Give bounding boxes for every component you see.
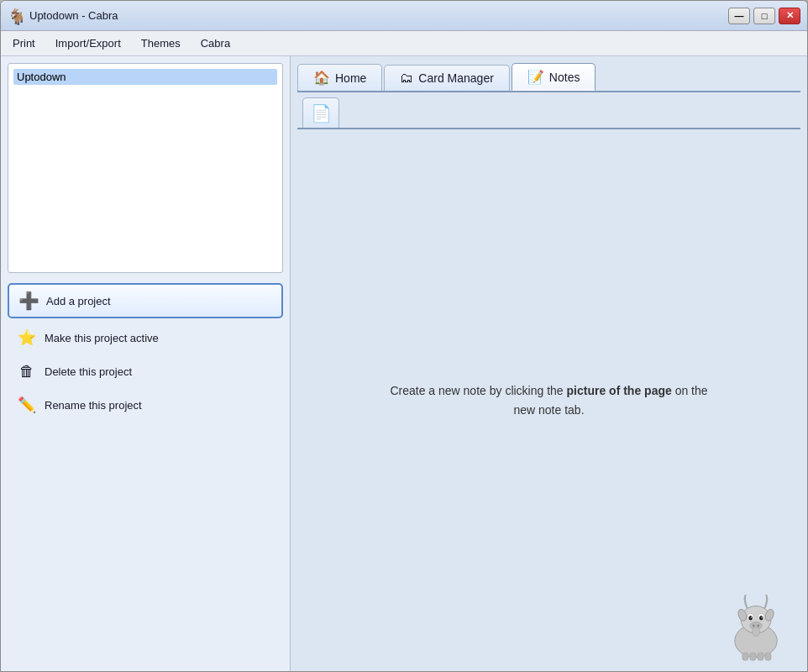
project-item-uptodown[interactable]: Uptodown (13, 69, 277, 85)
application-window: 🐐 Uptodown - Cabra — □ ✕ Print Import/Ex… (0, 0, 808, 672)
tab-notes[interactable]: 📝 Notes (512, 63, 596, 91)
make-active-button[interactable]: ⭐ Make this project active (8, 323, 283, 352)
sidebar-actions: ➕ Add a project ⭐ Make this project acti… (8, 280, 283, 423)
delete-project-button[interactable]: 🗑 Delete this project (8, 357, 283, 386)
menu-bar: Print Import/Export Themes Cabra (1, 31, 807, 56)
svg-point-13 (753, 627, 760, 637)
pencil-icon: ✏️ (18, 396, 36, 414)
add-project-button[interactable]: ➕ Add a project (8, 283, 283, 318)
notes-icon: 📝 (527, 69, 544, 85)
star-icon: ⭐ (18, 328, 36, 347)
svg-point-5 (759, 616, 763, 620)
trash-icon: 🗑 (18, 362, 36, 381)
note-tabs-row: 📄 (297, 92, 800, 128)
new-note-icon: 📄 (311, 103, 332, 123)
add-icon: ➕ (19, 291, 38, 310)
svg-point-7 (761, 617, 762, 617)
title-bar: 🐐 Uptodown - Cabra — □ ✕ (1, 1, 807, 31)
svg-point-4 (748, 616, 753, 620)
minimize-button[interactable]: — (728, 8, 750, 24)
rename-project-button[interactable]: ✏️ Rename this project (8, 391, 283, 419)
svg-rect-15 (750, 653, 756, 660)
window-title: Uptodown - Cabra (29, 9, 800, 22)
new-note-tab[interactable]: 📄 (302, 97, 339, 128)
svg-rect-14 (742, 653, 748, 660)
cards-icon: 🗂 (400, 71, 413, 86)
mascot-container (718, 586, 794, 664)
sidebar: Uptodown ➕ Add a project ⭐ Make this pro… (1, 56, 291, 671)
main-tabs-row: 🏠 Home 🗂 Card Manager 📝 Notes (297, 63, 800, 91)
notes-tab-content: 📄 Create a new note by clicking the pict… (297, 91, 800, 671)
note-hint: Create a new note by clicking the pictur… (381, 381, 717, 419)
menu-themes[interactable]: Themes (133, 34, 189, 53)
tab-home[interactable]: 🏠 Home (297, 64, 382, 91)
window-controls: — □ ✕ (728, 8, 800, 24)
menu-print[interactable]: Print (4, 34, 44, 53)
svg-point-9 (753, 624, 755, 627)
home-icon: 🏠 (313, 70, 330, 86)
right-panel: 🏠 Home 🗂 Card Manager 📝 Notes 📄 (291, 56, 807, 671)
svg-rect-17 (765, 653, 771, 660)
maximize-button[interactable]: □ (753, 8, 775, 24)
menu-import-export[interactable]: Import/Export (47, 34, 129, 53)
svg-rect-16 (758, 653, 763, 660)
goat-mascot (718, 586, 794, 662)
project-list[interactable]: Uptodown (8, 63, 283, 273)
main-content: Uptodown ➕ Add a project ⭐ Make this pro… (1, 56, 807, 671)
close-button[interactable]: ✕ (779, 8, 800, 24)
app-icon: 🐐 (8, 8, 24, 24)
svg-point-10 (757, 624, 759, 627)
tab-card-manager[interactable]: 🗂 Card Manager (384, 65, 510, 91)
svg-point-6 (751, 617, 752, 617)
menu-cabra[interactable]: Cabra (192, 34, 239, 53)
